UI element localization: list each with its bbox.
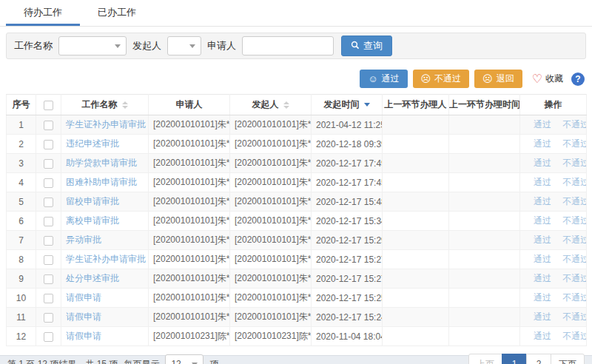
row-checkbox[interactable]: [44, 255, 53, 265]
work-name-link[interactable]: 请假申请: [66, 331, 101, 341]
initiator-label: 发起人: [132, 39, 161, 53]
work-name-link[interactable]: 留校申请审批: [66, 196, 119, 206]
row-fail-link[interactable]: 不通过: [562, 119, 586, 129]
heart-icon: ♡: [532, 73, 542, 85]
tab-done-work[interactable]: 已办工作: [80, 0, 154, 26]
row-index: 4: [7, 173, 36, 192]
work-name-link[interactable]: 学生证补办申请审批: [66, 119, 146, 129]
page-button-2[interactable]: 2: [526, 354, 551, 364]
row-pass-link[interactable]: 通过: [534, 235, 551, 245]
row-pass-link[interactable]: 通过: [534, 273, 551, 283]
header-initiator[interactable]: 发起人: [230, 95, 312, 115]
bulk-fail-button[interactable]: ☹ 不通过: [413, 70, 470, 88]
page-size-select[interactable]: 12: [165, 354, 204, 364]
favorite-button[interactable]: ♡ 收藏: [532, 73, 563, 85]
row-pass-link[interactable]: 通过: [534, 215, 551, 226]
work-name-link[interactable]: 离校申请审批: [66, 215, 119, 226]
row-fail-link[interactable]: 不通过: [562, 235, 586, 245]
initiator-cell: [202001010101]朱*德: [230, 115, 312, 135]
start-time-cell: 2020-12-17 17:45: [312, 173, 383, 192]
work-name-link[interactable]: 学生证补办申请审批: [66, 254, 146, 264]
sort-icon[interactable]: [283, 101, 289, 109]
prev-page-button[interactable]: 上页: [468, 354, 502, 364]
row-checkbox[interactable]: [44, 178, 53, 188]
start-time-cell: 2020-11-04 18:04: [312, 327, 383, 346]
prev-handler-cell: [383, 115, 449, 135]
work-name-select[interactable]: [58, 36, 127, 55]
row-index: 11: [7, 308, 36, 327]
applicant-cell: [202001010101]朱*德: [149, 308, 230, 327]
bulk-fail-label: 不通过: [434, 73, 461, 85]
pager: 上页 1 2 下页: [468, 354, 585, 364]
row-pass-link[interactable]: 通过: [534, 254, 551, 264]
row-checkbox[interactable]: [44, 140, 53, 149]
row-index: 6: [7, 212, 36, 231]
work-name-link[interactable]: 助学贷款申请审批: [66, 158, 137, 168]
prev-time-cell: [449, 154, 520, 173]
sort-desc-icon[interactable]: [364, 103, 370, 107]
select-all-checkbox[interactable]: [44, 101, 53, 110]
initiator-cell: [202001010101]朱*德: [230, 250, 312, 269]
applicant-input[interactable]: [242, 36, 334, 55]
row-pass-link[interactable]: 通过: [534, 158, 551, 168]
prev-handler-cell: [383, 308, 449, 327]
work-name-link[interactable]: 违纪申述审批: [66, 138, 119, 149]
row-fail-link[interactable]: 不通过: [562, 254, 586, 264]
row-checkbox[interactable]: [44, 121, 53, 130]
prev-time-cell: [449, 173, 520, 192]
header-start-time[interactable]: 发起时间: [312, 95, 383, 115]
row-index: 2: [7, 135, 36, 154]
table-row: 12 请假申请 [202001010231]陈* [202001010231]陈…: [7, 327, 587, 346]
work-name-link[interactable]: 处分申述审批: [66, 273, 119, 283]
table-row: 9 处分申述审批 [202001010101]朱*德 [202001010101…: [7, 269, 587, 289]
row-checkbox[interactable]: [44, 198, 53, 207]
row-fail-link[interactable]: 不通过: [562, 196, 586, 206]
row-pass-link[interactable]: 通过: [534, 292, 551, 303]
bulk-action-toolbar: ☺ 通过 ☹ 不通过 ☹ 退回 ♡ 收藏 ?: [0, 65, 592, 94]
initiator-select[interactable]: [167, 36, 201, 55]
prev-handler-cell: [383, 192, 449, 212]
work-name-link[interactable]: 异动审批: [66, 235, 101, 245]
tab-pending-work[interactable]: 待办工作: [6, 0, 80, 26]
sort-icon[interactable]: [122, 101, 128, 109]
work-name-link[interactable]: 请假申请: [66, 311, 101, 322]
help-icon[interactable]: ?: [571, 73, 585, 86]
row-pass-link[interactable]: 通过: [534, 311, 551, 322]
work-name-link[interactable]: 请假申请: [66, 292, 101, 303]
row-checkbox[interactable]: [44, 217, 53, 226]
row-fail-link[interactable]: 不通过: [562, 292, 586, 303]
row-fail-link[interactable]: 不通过: [562, 138, 586, 149]
row-pass-link[interactable]: 通过: [534, 196, 551, 206]
row-checkbox[interactable]: [44, 274, 53, 284]
row-fail-link[interactable]: 不通过: [562, 158, 586, 168]
work-name-link[interactable]: 困难补助申请审批: [66, 177, 137, 187]
row-checkbox[interactable]: [44, 236, 53, 246]
row-fail-link[interactable]: 不通过: [562, 311, 586, 322]
search-button[interactable]: 查询: [341, 36, 392, 56]
row-checkbox[interactable]: [44, 332, 53, 342]
prev-handler-cell: [383, 212, 449, 231]
row-pass-link[interactable]: 通过: [534, 177, 551, 187]
row-checkbox[interactable]: [44, 159, 53, 169]
initiator-cell: [202001010101]朱*德: [230, 135, 312, 154]
row-checkbox[interactable]: [44, 313, 53, 323]
pending-work-page: 待办工作 已办工作 工作名称 发起人 申请人 查询 ☺ 通过 ☹ 不通过: [0, 0, 592, 356]
row-checkbox[interactable]: [44, 294, 53, 303]
row-pass-link[interactable]: 通过: [534, 138, 551, 149]
row-fail-link[interactable]: 不通过: [562, 215, 586, 226]
bulk-pass-button[interactable]: ☺ 通过: [360, 70, 407, 88]
row-fail-link[interactable]: 不通过: [562, 331, 586, 341]
bulk-return-button[interactable]: ☹ 退回: [474, 70, 522, 88]
next-page-button[interactable]: 下页: [551, 354, 585, 364]
page-button-1[interactable]: 1: [502, 354, 527, 364]
applicant-cell: [202001010101]朱*德: [149, 269, 230, 289]
row-pass-link[interactable]: 通过: [534, 331, 551, 341]
row-fail-link[interactable]: 不通过: [562, 273, 586, 283]
prev-handler-cell: [383, 289, 449, 308]
header-applicant[interactable]: 申请人: [149, 95, 230, 115]
row-fail-link[interactable]: 不通过: [562, 177, 586, 187]
start-time-cell: 2020-12-17 15:48: [312, 192, 383, 212]
page-size-value: 12: [171, 359, 181, 364]
header-work-name[interactable]: 工作名称: [61, 95, 149, 115]
row-pass-link[interactable]: 通过: [534, 119, 551, 129]
